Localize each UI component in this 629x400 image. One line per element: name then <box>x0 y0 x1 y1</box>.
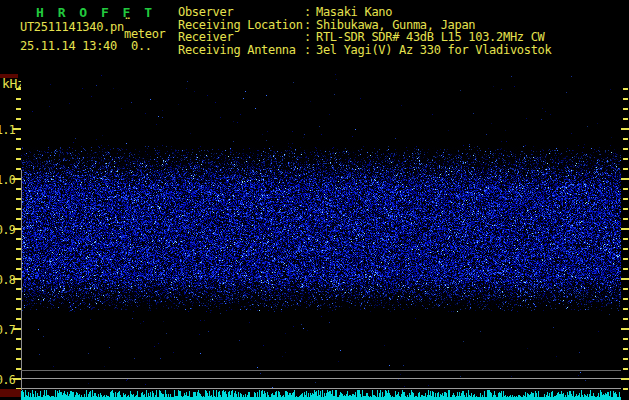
y-axis-tick-label: 0.6 <box>0 373 13 387</box>
y-axis-tick-label: 1.1 <box>0 123 13 137</box>
y-axis-tick-mark <box>621 128 629 130</box>
info-row: Receiving Antenna: 3el Yagi(V) Az 330 fo… <box>178 44 551 57</box>
hour-marker-bar-bottom <box>0 389 21 397</box>
y-axis-tick-mark <box>623 168 628 170</box>
y-axis-tick-mark <box>623 318 628 320</box>
y-axis-tick-mark <box>621 228 629 230</box>
y-axis-tick-mark <box>621 378 629 380</box>
info-value: 3el Yagi(V) Az 330 for Vladivostok <box>316 44 551 57</box>
y-axis-tick-mark <box>623 298 628 300</box>
y-axis-tick-mark <box>623 148 628 150</box>
info-separator: : <box>304 6 316 19</box>
y-axis-tick-mark <box>623 88 628 90</box>
info-separator: : <box>304 44 316 57</box>
counter-label: 0.. <box>131 40 152 53</box>
signal-meter-reference-line <box>21 378 621 379</box>
y-axis-tick-mark <box>621 178 629 180</box>
y-axis-tick-mark <box>623 98 628 100</box>
hrofft-screen: H R O F F T UT2511141340.pn ¨ meteor 25.… <box>0 0 629 400</box>
app-title: H R O F F T <box>36 5 155 20</box>
info-label: Observer <box>178 6 304 19</box>
y-axis-tick-mark <box>623 348 628 350</box>
y-axis-tick-mark <box>623 118 628 120</box>
hour-marker-bar-top <box>0 74 18 78</box>
y-axis-tick-mark <box>623 258 628 260</box>
y-axis-tick-mark <box>621 278 629 280</box>
y-axis-tick-label: 1.0 <box>0 173 13 187</box>
info-value: RTL-SDR SDR# 43dB L15 103.2MHz CW <box>316 31 545 44</box>
y-axis-tick-label: 0.7 <box>0 323 13 337</box>
y-axis-tick-mark <box>623 108 628 110</box>
spectrogram-canvas <box>21 74 621 400</box>
file-name-label: UT2511141340.pn <box>20 21 124 34</box>
info-row: Observer: Masaki Kano <box>178 6 551 19</box>
y-axis-tick-mark <box>623 268 628 270</box>
y-axis-tick-mark <box>623 238 628 240</box>
y-axis-tick-mark <box>623 208 628 210</box>
spectrogram-left-border <box>21 170 22 390</box>
y-axis-tick-label: 0.8 <box>0 273 13 287</box>
info-value: Masaki Kano <box>316 6 392 19</box>
y-axis-tick-mark <box>623 158 628 160</box>
station-info-block: Observer: Masaki KanoReceiving Location:… <box>178 6 551 56</box>
date-time-label: 25.11.14 13:40 <box>20 40 117 53</box>
signal-meter-reference-line <box>21 388 621 389</box>
y-axis-tick-mark <box>623 288 628 290</box>
info-label: Receiver <box>178 31 304 44</box>
info-separator: : <box>304 31 316 44</box>
y-axis-tick-label: 0.9 <box>0 223 13 237</box>
y-axis-tick-mark <box>623 218 628 220</box>
info-label: Receiving Antenna <box>178 44 304 57</box>
info-row: Receiver: RTL-SDR SDR# 43dB L15 103.2MHz… <box>178 31 551 44</box>
signal-meter-reference-line <box>21 370 621 371</box>
y-axis-tick-mark <box>623 388 628 390</box>
y-axis-tick-mark <box>623 188 628 190</box>
y-axis-tick-mark <box>623 338 628 340</box>
y-axis-tick-mark <box>623 248 628 250</box>
y-axis-tick-mark <box>623 368 628 370</box>
y-axis-tick-mark <box>623 358 628 360</box>
y-axis-tick-mark <box>621 328 629 330</box>
y-axis-tick-mark <box>623 308 628 310</box>
y-axis-tick-mark <box>623 138 628 140</box>
y-axis-tick-mark <box>623 198 628 200</box>
